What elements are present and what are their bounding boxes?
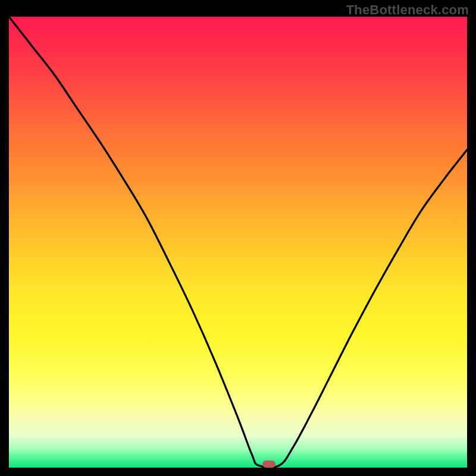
highlight-marker xyxy=(262,461,275,468)
curve-svg xyxy=(9,17,467,468)
chart-frame: TheBottleneck.com xyxy=(0,0,476,476)
watermark-text: TheBottleneck.com xyxy=(346,2,469,18)
curve-path xyxy=(9,17,467,468)
plot-area xyxy=(9,17,467,468)
